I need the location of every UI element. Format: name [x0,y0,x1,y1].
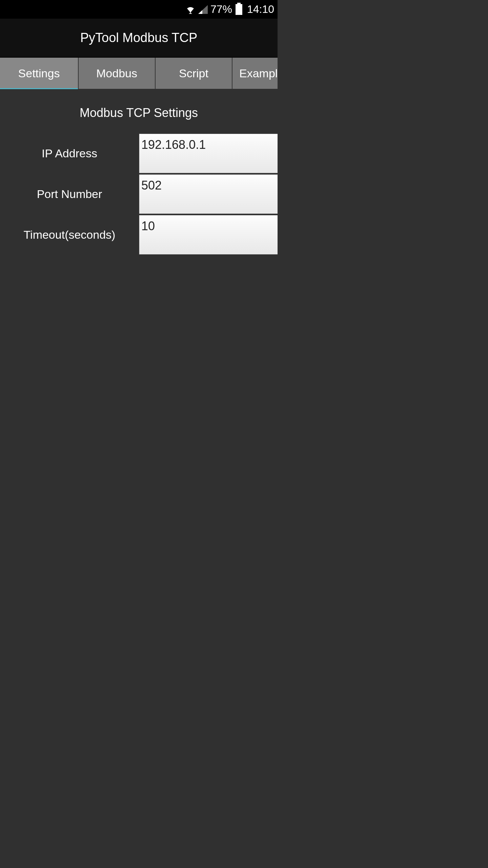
battery-icon [236,4,242,15]
status-bar: 77% 14:10 [0,0,278,19]
tab-script-label: Script [179,67,208,80]
ip-address-row: IP Address 192.168.0.1 [0,134,278,173]
ip-address-label: IP Address [0,134,139,173]
app-header: PyTool Modbus TCP [0,19,278,58]
tab-settings-label: Settings [18,67,60,80]
tab-settings[interactable]: Settings [0,58,79,89]
tab-modbus[interactable]: Modbus [79,58,156,89]
signal-icon [198,5,208,14]
tab-bar: Settings Modbus Script Example [0,58,278,89]
timeout-row: Timeout(seconds) 10 [0,215,278,255]
port-number-label: Port Number [0,174,139,214]
tab-example[interactable]: Example [232,58,278,89]
port-number-input[interactable]: 502 [139,174,278,214]
ip-address-value: 192.168.0.1 [141,138,206,152]
timeout-input[interactable]: 10 [139,215,278,255]
timeout-value: 10 [141,219,155,233]
tab-script[interactable]: Script [156,58,232,89]
timeout-label: Timeout(seconds) [0,215,139,255]
tab-example-label: Example [239,67,278,80]
battery-percentage: 77% [210,3,232,16]
content-area: Modbus TCP Settings IP Address 192.168.0… [0,89,278,255]
status-time: 14:10 [247,3,274,16]
wifi-icon [185,5,196,14]
tab-modbus-label: Modbus [96,67,137,80]
port-number-value: 502 [141,178,162,192]
ip-address-input[interactable]: 192.168.0.1 [139,134,278,173]
section-title: Modbus TCP Settings [0,99,278,134]
port-number-row: Port Number 502 [0,174,278,214]
app-title: PyTool Modbus TCP [80,31,198,45]
svg-marker-2 [198,5,208,14]
